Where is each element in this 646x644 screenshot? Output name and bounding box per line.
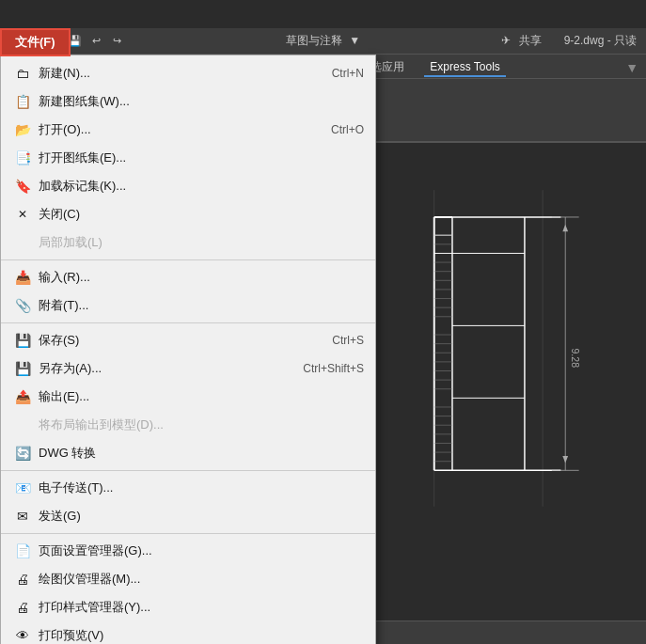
menu-item-input[interactable]: 📥 输入(R)... bbox=[1, 263, 375, 291]
open-label: 打开(O)... bbox=[39, 121, 331, 138]
export-label: 输出(E)... bbox=[39, 388, 364, 405]
attach-label: 附着(T)... bbox=[39, 297, 364, 314]
send-icon: ✉ bbox=[12, 507, 33, 526]
menu-item-save[interactable]: 💾 保存(S) Ctrl+S bbox=[1, 326, 375, 354]
saveas-label: 另存为(A)... bbox=[39, 360, 303, 377]
workspace-chevron-icon: ▼ bbox=[349, 34, 360, 47]
share-label[interactable]: 共享 bbox=[519, 34, 542, 47]
menu-item-plotpreview[interactable]: 👁 打印预览(V) bbox=[1, 621, 375, 644]
menu-item-export[interactable]: 📤 输出(E)... bbox=[1, 383, 375, 411]
new-icon: 🗀 bbox=[12, 64, 33, 83]
localload-label: 局部加载(L) bbox=[39, 234, 364, 251]
opensheet-icon: 📑 bbox=[12, 149, 33, 167]
divider-1 bbox=[1, 259, 375, 260]
title-bar: A 🗀 📂 💾 ↩ ↪ 草图与注释 ▼ ✈ 共享 9-2.dwg - 只读 bbox=[0, 28, 646, 55]
plotstyle-icon: 🖨 bbox=[12, 598, 33, 617]
menu-item-localload: 局部加载(L) bbox=[1, 228, 375, 257]
svg-text:9.28: 9.28 bbox=[570, 348, 581, 368]
svg-rect-0 bbox=[380, 145, 642, 597]
close-label: 关闭(C) bbox=[39, 206, 364, 223]
input-icon: 📥 bbox=[12, 268, 33, 287]
export-icon: 📤 bbox=[12, 387, 33, 406]
plotmanager-icon: 🖨 bbox=[12, 570, 33, 589]
menu-item-attach[interactable]: 📎 附着(T)... bbox=[1, 291, 375, 320]
plotpreview-label: 打印预览(V) bbox=[39, 627, 364, 644]
menu-items-container: 🗀 新建(N)... Ctrl+N 📋 新建图纸集(W)... 📂 打开(O).… bbox=[1, 55, 375, 644]
menu-item-new[interactable]: 🗀 新建(N)... Ctrl+N bbox=[1, 59, 375, 87]
menu-item-opensheet[interactable]: 📑 打开图纸集(E)... bbox=[1, 144, 375, 172]
dwgconvert-label: DWG 转换 bbox=[39, 445, 364, 462]
menu-item-etransmit[interactable]: 📧 电子传送(T)... bbox=[1, 474, 375, 502]
menu-item-close[interactable]: ✕ 关闭(C) bbox=[1, 200, 375, 228]
new-shortcut: Ctrl+N bbox=[332, 67, 364, 80]
title-bar-right: ✈ 共享 9-2.dwg - 只读 bbox=[501, 33, 637, 49]
menu-item-newset[interactable]: 📋 新建图纸集(W)... bbox=[1, 87, 375, 116]
menu-item-send[interactable]: ✉ 发送(G) bbox=[1, 502, 375, 530]
send-label: 发送(G) bbox=[39, 508, 364, 525]
workspace-label: 草图与注释 bbox=[286, 34, 342, 47]
newset-label: 新建图纸集(W)... bbox=[39, 93, 364, 110]
menu-item-exportmodel: 将布局输出到模型(D)... bbox=[1, 411, 375, 439]
etransmit-icon: 📧 bbox=[12, 479, 33, 497]
file-menu-tab-label: 文件(F) bbox=[15, 35, 55, 49]
plotmanager-label: 绘图仪管理器(M)... bbox=[39, 571, 364, 588]
menu-item-pagesetup[interactable]: 📄 页面设置管理器(G)... bbox=[1, 537, 375, 565]
save-shortcut: Ctrl+S bbox=[332, 334, 364, 347]
saveas-icon: 💾 bbox=[12, 359, 33, 378]
save-label: 保存(S) bbox=[39, 332, 332, 349]
file-menu-tab[interactable]: 文件(F) bbox=[0, 28, 71, 56]
plotstyle-label: 打印样式管理器(Y)... bbox=[39, 599, 364, 616]
menu-item-dwgconvert[interactable]: 🔄 DWG 转换 bbox=[1, 439, 375, 467]
pagesetup-icon: 📄 bbox=[12, 542, 33, 560]
dwgconvert-icon: 🔄 bbox=[12, 444, 33, 463]
workspace-dropdown[interactable]: 草图与注释 ▼ bbox=[286, 33, 360, 49]
divider-2 bbox=[1, 322, 375, 323]
loadmark-label: 加载标记集(K)... bbox=[39, 178, 364, 195]
new-label: 新建(N)... bbox=[39, 65, 332, 82]
menu-item-loadmark[interactable]: 🔖 加载标记集(K)... bbox=[1, 172, 375, 200]
etransmit-label: 电子传送(T)... bbox=[39, 479, 364, 496]
ribbon-expand-icon[interactable]: ▼ bbox=[625, 60, 638, 75]
menu-item-saveas[interactable]: 💾 另存为(A)... Ctrl+Shift+S bbox=[1, 354, 375, 383]
newset-icon: 📋 bbox=[12, 92, 33, 111]
input-label: 输入(R)... bbox=[39, 269, 364, 286]
tab-express[interactable]: Express Tools bbox=[424, 58, 505, 77]
close-file-icon: ✕ bbox=[12, 205, 33, 224]
divider-4 bbox=[1, 533, 375, 534]
menu-item-plotstyle[interactable]: 🖨 打印样式管理器(Y)... bbox=[1, 593, 375, 621]
undo-icon[interactable]: ↩ bbox=[87, 33, 104, 50]
open-icon: 📂 bbox=[12, 120, 33, 139]
plotpreview-icon: 👁 bbox=[12, 626, 33, 644]
saveas-shortcut: Ctrl+Shift+S bbox=[303, 362, 364, 375]
localload-icon bbox=[12, 233, 33, 252]
divider-3 bbox=[1, 470, 375, 471]
attach-icon: 📎 bbox=[12, 296, 33, 315]
open-shortcut: Ctrl+O bbox=[331, 123, 364, 136]
share-icon[interactable]: ✈ bbox=[501, 34, 511, 47]
menu-item-plotmanager[interactable]: 🖨 绘图仪管理器(M)... bbox=[1, 565, 375, 593]
loadmark-icon: 🔖 bbox=[12, 177, 33, 196]
menu-item-open[interactable]: 📂 打开(O)... Ctrl+O bbox=[1, 116, 375, 144]
exportmodel-label: 将布局输出到模型(D)... bbox=[39, 416, 364, 433]
pagesetup-label: 页面设置管理器(G)... bbox=[39, 542, 364, 559]
drawing-area: 9.28 bbox=[376, 145, 646, 597]
file-menu-dropdown: 🗀 新建(N)... Ctrl+N 📋 新建图纸集(W)... 📂 打开(O).… bbox=[0, 55, 376, 644]
cad-drawing: 9.28 bbox=[376, 145, 646, 597]
opensheet-label: 打开图纸集(E)... bbox=[39, 149, 364, 166]
exportmodel-icon bbox=[12, 416, 33, 434]
save-file-icon: 💾 bbox=[12, 331, 33, 350]
redo-icon[interactable]: ↪ bbox=[108, 33, 125, 50]
filename-label: 9-2.dwg - 只读 bbox=[564, 34, 637, 47]
